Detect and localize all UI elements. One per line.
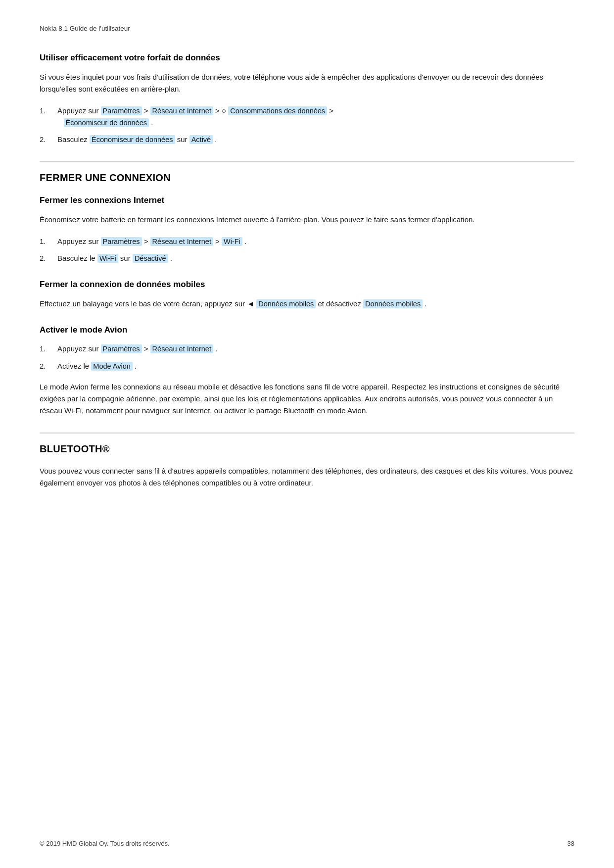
highlight-economiseur-2: Économiseur de données [90, 135, 175, 144]
avion-step-2: 2. Activez le Mode Avion . [40, 360, 574, 372]
highlight-mode-avion: Mode Avion [91, 362, 133, 371]
data-usage-step-2: 2. Basculez Économiseur de données sur A… [40, 134, 574, 145]
internet-step-2: 2. Basculez le Wi-Fi sur Désactivé . [40, 252, 574, 264]
footer-page-number: 38 [567, 839, 574, 849]
header-title: Nokia 8.1 Guide de l'utilisateur [40, 25, 130, 32]
fermer-mobile-title: Fermer la connexion de données mobiles [40, 278, 574, 291]
fermer-mobile-text: Effectuez un balayage vers le bas de vot… [40, 298, 574, 310]
bluetooth-description: Vous pouvez vous connecter sans fil à d'… [40, 465, 574, 489]
internet-step-content-1: Appuyez sur Paramètres > Réseau et Inter… [57, 236, 574, 247]
step-number-2: 2. [40, 134, 53, 145]
internet-step-number-1: 1. [40, 236, 53, 247]
highlight-parametres-1: Paramètres [101, 106, 142, 115]
fermer-internet-title: Fermer les connexions Internet [40, 194, 574, 207]
highlight-reseau-internet-1: Réseau et Internet [150, 106, 213, 115]
fermer-connexion-heading: FERMER UNE CONNEXION [40, 161, 574, 185]
fermer-internet-intro: Économisez votre batterie en fermant les… [40, 214, 574, 226]
fermer-internet-section: Fermer les connexions Internet Économise… [40, 194, 574, 264]
avion-description: Le mode Avion ferme les connexions au ré… [40, 381, 574, 417]
avion-step-1: 1. Appuyez sur Paramètres > Réseau et In… [40, 343, 574, 355]
mode-avion-title: Activer le mode Avion [40, 324, 574, 337]
step-content-2: Basculez Économiseur de données sur Acti… [57, 134, 574, 145]
highlight-donnees-mobiles-1: Données mobiles [256, 299, 316, 308]
highlight-wifi-2: Wi-Fi [97, 254, 118, 263]
highlight-reseau-internet-2: Réseau et Internet [150, 237, 213, 246]
mode-avion-section: Activer le mode Avion 1. Appuyez sur Par… [40, 324, 574, 417]
highlight-economiseur-1: Économiseur de données [64, 118, 149, 127]
data-usage-title: Utiliser efficacement votre forfait de d… [40, 51, 574, 64]
highlight-parametres-3: Paramètres [101, 344, 142, 353]
page-footer: © 2019 HMD Global Oy. Tous droits réserv… [40, 839, 574, 849]
avion-step-number-2: 2. [40, 360, 53, 372]
page-header: Nokia 8.1 Guide de l'utilisateur [40, 24, 574, 34]
avion-step-number-1: 1. [40, 343, 53, 355]
highlight-parametres-2: Paramètres [101, 237, 142, 246]
footer-copyright: © 2019 HMD Global Oy. Tous droits réserv… [40, 839, 170, 849]
avion-step-content-2: Activez le Mode Avion . [57, 360, 574, 372]
internet-step-number-2: 2. [40, 252, 53, 264]
bluetooth-heading: BLUETOOTH® [40, 433, 574, 456]
step-number-1: 1. [40, 105, 53, 129]
avion-step-content-1: Appuyez sur Paramètres > Réseau et Inter… [57, 343, 574, 355]
highlight-desactive: Désactivé [133, 254, 168, 263]
highlight-wifi-1: Wi-Fi [222, 237, 242, 246]
fermer-mobile-section: Fermer la connexion de données mobiles E… [40, 278, 574, 310]
highlight-reseau-internet-3: Réseau et Internet [150, 344, 213, 353]
data-usage-step-1: 1. Appuyez sur Paramètres > Réseau et In… [40, 105, 574, 129]
step-content-1: Appuyez sur Paramètres > Réseau et Inter… [57, 105, 574, 129]
data-usage-intro: Si vous êtes inquiet pour vos frais d'ut… [40, 71, 574, 95]
internet-step-content-2: Basculez le Wi-Fi sur Désactivé . [57, 252, 574, 264]
internet-step-1: 1. Appuyez sur Paramètres > Réseau et In… [40, 236, 574, 247]
highlight-consommations: Consommations des données [228, 106, 327, 115]
highlight-active: Activé [189, 135, 213, 144]
data-usage-section: Utiliser efficacement votre forfait de d… [40, 51, 574, 145]
highlight-donnees-mobiles-2: Données mobiles [363, 299, 423, 308]
